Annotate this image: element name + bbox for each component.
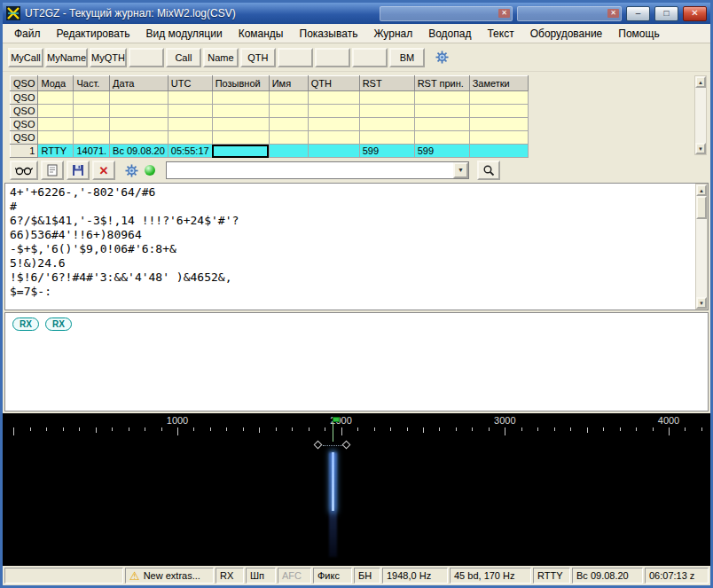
menu-item-7[interactable]: Водопад: [420, 25, 479, 43]
title-bar[interactable]: UT2GZ - Текущий журнал: MixW2.log(CSV) ✕…: [3, 3, 710, 24]
log-cell[interactable]: [308, 118, 359, 131]
background-window[interactable]: ✕: [380, 6, 513, 21]
macro-button-Call[interactable]: Call: [166, 48, 201, 67]
log-row-header[interactable]: QSO: [11, 91, 38, 105]
log-col-header[interactable]: RST прин.: [414, 76, 469, 91]
log-cell[interactable]: [308, 145, 359, 158]
log-cell[interactable]: [269, 118, 308, 131]
log-col-header[interactable]: Част.: [74, 76, 110, 91]
log-cell[interactable]: [74, 105, 110, 118]
marker-diamond-icon[interactable]: [341, 441, 350, 450]
macro-button-BM[interactable]: BM: [389, 48, 425, 67]
rx-scroll-track[interactable]: [696, 219, 707, 297]
log-cell[interactable]: [469, 131, 528, 145]
scroll-down-icon[interactable]: ▼: [696, 297, 707, 309]
macro-button-blank-9[interactable]: [352, 48, 388, 67]
macro-button-blank-8[interactable]: [315, 48, 350, 67]
rx-text[interactable]: 4+'+6226-,'-802'64/#6 # 6?/$&1$41,'-3$!,…: [5, 184, 695, 310]
macro-button-blank-3[interactable]: [129, 48, 164, 67]
close-button[interactable]: ✕: [683, 6, 707, 21]
macro-button-MyCall[interactable]: MyCall: [8, 48, 43, 67]
rx-toggle-button-2[interactable]: RX: [45, 318, 72, 331]
log-col-header[interactable]: Мода: [38, 76, 74, 91]
log-row-header[interactable]: QSO: [11, 105, 38, 118]
log-cell[interactable]: [469, 91, 528, 105]
log-cell[interactable]: [74, 91, 110, 105]
log-cell[interactable]: 05:55:17: [168, 145, 212, 158]
letter-button[interactable]: [41, 161, 64, 180]
log-cell[interactable]: [469, 145, 528, 158]
log-cell[interactable]: [469, 105, 528, 118]
log-col-header[interactable]: UTC: [168, 76, 212, 91]
save-button[interactable]: [67, 161, 90, 180]
search-button[interactable]: [477, 161, 500, 180]
log-cell[interactable]: [414, 105, 469, 118]
green-light-icon[interactable]: [145, 165, 155, 176]
macro-button-blank-7[interactable]: [278, 48, 313, 67]
log-cell[interactable]: [110, 131, 168, 145]
log-cell[interactable]: [212, 131, 269, 145]
log-cell[interactable]: 599: [414, 145, 469, 158]
macro-button-Name[interactable]: Name: [203, 48, 239, 67]
log-cell[interactable]: [38, 131, 74, 145]
tx-panel[interactable]: RXRX: [4, 312, 709, 412]
log-cell[interactable]: [38, 91, 74, 105]
menu-item-1[interactable]: Файл: [6, 25, 49, 43]
log-cell[interactable]: [168, 105, 212, 118]
log-cell[interactable]: [38, 105, 74, 118]
log-cell[interactable]: [74, 118, 110, 131]
macro-button-MyQTH[interactable]: MyQTH: [90, 48, 127, 67]
log-cell[interactable]: [308, 91, 359, 105]
log-cell[interactable]: [110, 91, 168, 105]
glasses-button[interactable]: [10, 161, 38, 180]
menu-item-9[interactable]: Оборудование: [522, 25, 611, 43]
log-cell[interactable]: [308, 131, 359, 145]
log-row-header[interactable]: QSO: [11, 118, 38, 131]
log-cell[interactable]: 14071.: [74, 145, 110, 158]
rx-scroll-thumb[interactable]: [696, 196, 707, 219]
rx-toggle-button-1[interactable]: RX: [12, 318, 39, 331]
log-cell[interactable]: [212, 145, 269, 158]
log-cell[interactable]: [414, 118, 469, 131]
waterfall[interactable]: 1000200030004000: [3, 413, 710, 566]
gear-icon[interactable]: [125, 164, 138, 177]
log-cell[interactable]: [212, 105, 269, 118]
scroll-up-icon[interactable]: ▲: [696, 184, 707, 196]
log-cell[interactable]: [38, 118, 74, 131]
scroll-up-icon[interactable]: ▲: [695, 76, 706, 88]
log-cell[interactable]: [269, 91, 308, 105]
log-col-header[interactable]: RST: [359, 76, 414, 91]
scroll-down-icon[interactable]: ▼: [695, 143, 706, 154]
log-col-header[interactable]: Дата: [110, 76, 168, 91]
menu-item-6[interactable]: Журнал: [365, 25, 420, 43]
log-col-header[interactable]: QTH: [308, 76, 359, 91]
log-cell[interactable]: [110, 118, 168, 131]
minimize-button[interactable]: –: [626, 6, 650, 21]
log-cell[interactable]: [168, 131, 212, 145]
log-cell[interactable]: [269, 145, 308, 158]
search-input[interactable]: [167, 162, 453, 178]
log-cell[interactable]: [269, 131, 308, 145]
menu-item-4[interactable]: Команды: [231, 25, 292, 43]
log-cell[interactable]: [212, 118, 269, 131]
log-cell[interactable]: [269, 105, 308, 118]
menu-item-2[interactable]: Редактировать: [49, 25, 138, 43]
log-cell[interactable]: [359, 105, 414, 118]
marker-diamond-icon[interactable]: [314, 441, 323, 450]
log-cell[interactable]: [414, 91, 469, 105]
marker-flag-icon[interactable]: [333, 417, 340, 422]
log-cell[interactable]: Вс 09.08.20: [110, 145, 168, 158]
log-cell[interactable]: [359, 118, 414, 131]
log-col-header[interactable]: Имя: [269, 76, 308, 91]
macro-button-MyName[interactable]: MyName: [45, 48, 88, 67]
log-cell[interactable]: RTTY: [38, 145, 74, 158]
log-cell[interactable]: [469, 118, 528, 131]
log-scroll-track[interactable]: [695, 88, 706, 143]
log-cell[interactable]: [359, 131, 414, 145]
log-cell[interactable]: 599: [359, 145, 414, 158]
macro-button-QTH[interactable]: QTH: [240, 48, 276, 67]
log-row-header[interactable]: QSO: [11, 131, 38, 145]
background-window[interactable]: ✕: [517, 6, 622, 21]
log-col-header[interactable]: Позывной: [212, 76, 269, 91]
maximize-button[interactable]: □: [654, 6, 678, 21]
